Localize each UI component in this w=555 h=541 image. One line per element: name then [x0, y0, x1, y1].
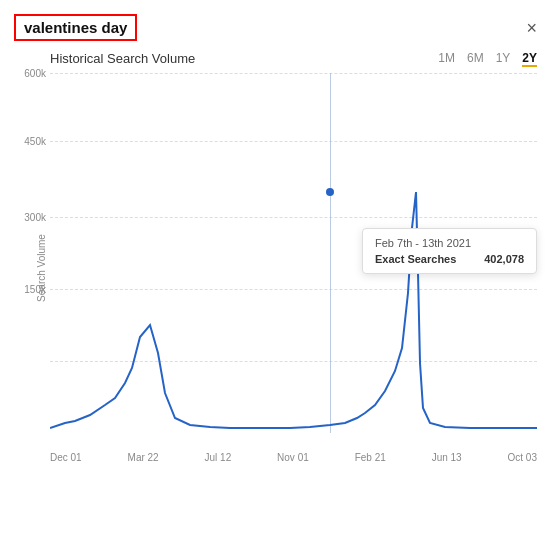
chart-area: Search Volume 600k 450k 300k 150k — [50, 73, 537, 463]
y-tick-450k: 450k — [12, 136, 46, 147]
modal-container: valentines day × Historical Search Volum… — [0, 0, 555, 541]
y-tick-600k: 600k — [12, 68, 46, 79]
x-tick-dec01: Dec 01 — [50, 452, 82, 463]
y-tick-300k: 300k — [12, 212, 46, 223]
x-tick-mar22: Mar 22 — [128, 452, 159, 463]
x-tick-feb21: Feb 21 — [355, 452, 386, 463]
x-axis: Dec 01 Mar 22 Jul 12 Nov 01 Feb 21 Jun 1… — [50, 433, 537, 463]
modal-header: valentines day × — [0, 0, 555, 49]
x-tick-jul12: Jul 12 — [205, 452, 232, 463]
chart-title: Historical Search Volume — [50, 51, 195, 66]
time-filter-1m[interactable]: 1M — [438, 49, 455, 67]
search-term-title: valentines day — [14, 14, 137, 41]
chart-svg — [50, 73, 537, 433]
x-tick-jun13: Jun 13 — [432, 452, 462, 463]
x-tick-nov01: Nov 01 — [277, 452, 309, 463]
peak-dot — [326, 188, 334, 196]
time-filter-2y[interactable]: 2Y — [522, 49, 537, 67]
y-tick-150k: 150k — [12, 284, 46, 295]
time-filter-6m[interactable]: 6M — [467, 49, 484, 67]
x-tick-oct03: Oct 03 — [508, 452, 537, 463]
chart-header: Historical Search Volume 1M 6M 1Y 2Y — [0, 49, 555, 73]
time-filter-1y[interactable]: 1Y — [496, 49, 511, 67]
close-button[interactable]: × — [526, 19, 537, 37]
time-filter-group: 1M 6M 1Y 2Y — [438, 49, 537, 67]
